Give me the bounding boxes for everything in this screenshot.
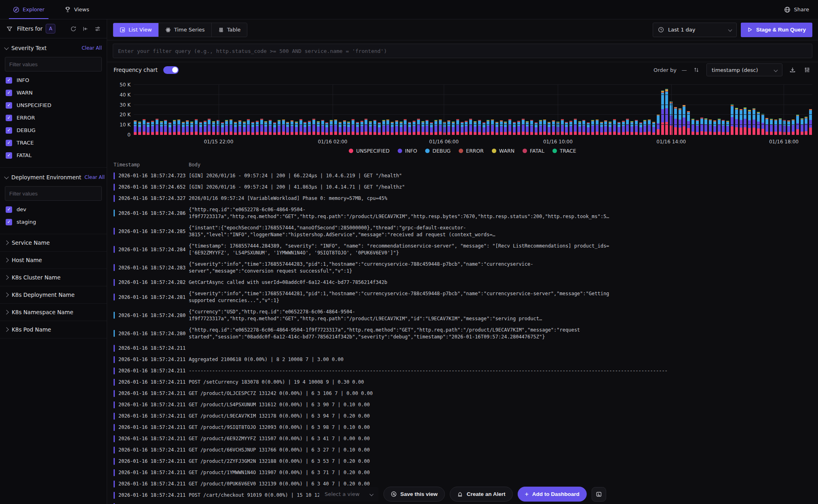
legend-item-unspecified[interactable]: UNSPECIFIED <box>349 148 390 154</box>
checkbox-checked[interactable]: ✓ <box>6 152 12 159</box>
log-row[interactable]: 2026-01-16 18:57:24.281{"severity":"info… <box>114 288 818 306</box>
filter-section-k8s-deployment-name[interactable]: K8s Deployment Name <box>0 286 107 304</box>
filter-section-host-name[interactable]: Host Name <box>0 252 107 269</box>
legend-item-debug[interactable]: DEBUG <box>425 148 451 154</box>
time-range-select[interactable]: Last 1 day <box>653 23 737 37</box>
save-view-button[interactable]: Save this view <box>384 487 445 502</box>
collapse-sidebar-icon[interactable] <box>81 24 90 33</box>
severity-indicator <box>114 210 115 216</box>
filter-funnel-icon <box>5 24 14 33</box>
log-row[interactable]: 2026-01-16 18:57:24.280{"http.req.id":"e… <box>114 324 818 342</box>
chevron-right-icon <box>4 310 8 314</box>
stage-run-query-button[interactable]: Stage & Run Query <box>741 23 812 37</box>
tab-views[interactable]: Views <box>57 0 97 19</box>
select-view-dropdown[interactable]: Select a view <box>319 487 378 502</box>
log-row[interactable]: 2026-01-16 18:57:24.211GET /product/9SIQ… <box>114 422 818 433</box>
filter-option-trace[interactable]: ✓TRACE <box>5 136 102 149</box>
filter-option-info[interactable]: ✓INFO <box>5 74 102 86</box>
y-axis-tick: 50 K <box>120 82 131 88</box>
filter-option-debug[interactable]: ✓DEBUG <box>5 124 102 136</box>
log-row[interactable]: 2026-01-16 18:57:24.211Aggregated 210061… <box>114 354 818 365</box>
checkbox-checked[interactable]: ✓ <box>6 140 12 146</box>
log-row[interactable]: 2026-01-16 18:57:24.3272026/01/16 09:57:… <box>114 193 818 204</box>
query-badge[interactable]: A <box>46 24 55 34</box>
checkbox-checked[interactable]: ✓ <box>6 206 12 213</box>
tab-time-series[interactable]: Time Series <box>159 23 212 37</box>
filter-settings-icon[interactable] <box>93 24 102 33</box>
add-to-dashboard-button[interactable]: + Add to Dashboard <box>517 487 586 502</box>
log-row[interactable]: 2026-01-16 18:57:24.211 <box>114 342 818 354</box>
filter-option-staging[interactable]: ✓staging <box>5 216 102 228</box>
column-settings-icon[interactable] <box>803 65 812 74</box>
filter-option-fatal[interactable]: ✓FATAL <box>5 149 102 162</box>
create-alert-button[interactable]: Create an Alert <box>450 487 513 502</box>
severity-indicator <box>114 435 115 442</box>
shortcut-panel-button[interactable] <box>592 487 606 502</box>
filter-section-service-name[interactable]: Service Name <box>0 234 107 252</box>
log-row[interactable]: 2026-01-16 18:57:24.211GET /product/66VC… <box>114 444 818 456</box>
log-row[interactable]: 2026-01-16 18:57:24.283{"severity":"info… <box>114 258 818 277</box>
checkbox-checked[interactable]: ✓ <box>6 219 12 225</box>
clear-all-link[interactable]: Clear All <box>82 45 102 51</box>
filter-option-unspecified[interactable]: ✓UNSPECIFIED <box>5 99 102 111</box>
log-row[interactable]: 2026-01-16 18:57:24.285{"instant":{"epoc… <box>114 222 818 240</box>
filter-section-k8s-namespace-name[interactable]: K8s Namespace Name <box>0 304 107 321</box>
tab-explorer[interactable]: Explorer <box>6 0 52 19</box>
filter-values-input[interactable] <box>5 57 102 71</box>
checkbox-checked[interactable]: ✓ <box>6 102 12 109</box>
option-label: UNSPECIFIED <box>17 102 51 108</box>
clear-all-link[interactable]: Clear All <box>84 174 105 180</box>
sort-direction-icon[interactable] <box>692 65 701 74</box>
log-row[interactable]: 2026-01-16 18:57:24.211GET /product/1YMW… <box>114 467 818 478</box>
filter-values-input[interactable] <box>5 186 102 201</box>
log-body: GetCartAsync called with userId=08addc0f… <box>189 279 387 286</box>
log-row[interactable]: 2026-01-16 18:57:24.284{"timestamp": 176… <box>114 240 818 258</box>
frequency-chart-toggle[interactable] <box>163 66 179 74</box>
legend-dot <box>523 149 527 153</box>
log-row[interactable]: 2026-01-16 18:57:24.211GET /product/2ZYF… <box>114 456 818 467</box>
filter-option-error[interactable]: ✓ERROR <box>5 111 102 124</box>
filter-section-k8s-cluster-name[interactable]: K8s Cluster Name <box>0 269 107 286</box>
log-timestamp: 2026-01-16 18:57:24.282 <box>118 279 189 285</box>
legend-item-fatal[interactable]: FATAL <box>523 148 544 154</box>
log-row[interactable]: 2026-01-16 18:57:24.211GET /product/L9EC… <box>114 410 818 422</box>
order-by-select[interactable]: timestamp (desc) <box>706 63 782 76</box>
tab-table[interactable]: Table <box>212 23 247 37</box>
log-row[interactable]: 2026-01-16 18:57:24.286{"http.req.id":"e… <box>114 204 818 222</box>
log-row[interactable]: 2026-01-16 18:57:24.211GET /product/6E92… <box>114 433 818 444</box>
log-timestamp: 2026-01-16 18:57:24.211 <box>118 379 189 385</box>
filter-query-input[interactable] <box>113 44 812 58</box>
log-row[interactable]: 2026-01-16 18:57:24.652[GIN] 2026/01/16 … <box>114 181 818 193</box>
explorer-main-panel: List View Time Series Table <box>107 19 818 504</box>
minus-icon[interactable]: — <box>680 65 689 74</box>
tab-list-view[interactable]: List View <box>113 23 159 37</box>
log-timestamp: 2026-01-16 18:57:24.327 <box>118 195 189 201</box>
checkbox-checked[interactable]: ✓ <box>6 90 12 96</box>
log-row[interactable]: 2026-01-16 18:57:24.211POST /setCurrency… <box>114 376 818 388</box>
filter-option-dev[interactable]: ✓dev <box>5 203 102 216</box>
legend-item-info[interactable]: INFO <box>398 148 417 154</box>
section-header[interactable]: Severity TextClear All <box>5 42 102 54</box>
y-axis-tick: 20 K <box>120 112 131 118</box>
log-row[interactable]: 2026-01-16 18:57:24.211GET /product/LS4P… <box>114 399 818 410</box>
log-row[interactable]: 2026-01-16 18:57:24.282GetCartAsync call… <box>114 277 818 288</box>
checkbox-checked[interactable]: ✓ <box>6 77 12 84</box>
refresh-icon[interactable] <box>69 24 78 33</box>
legend-item-warn[interactable]: WARN <box>492 148 514 154</box>
legend-item-trace[interactable]: TRACE <box>552 148 576 154</box>
filter-section-k8s-pod-name[interactable]: K8s Pod Name <box>0 321 107 338</box>
chart-plot[interactable]: 01/15 22:0001/16 02:0001/16 06:0001/16 1… <box>134 83 812 145</box>
filter-option-warn[interactable]: ✓WARN <box>5 86 102 99</box>
share-button[interactable]: Share <box>794 6 809 13</box>
log-row[interactable]: 2026-01-16 18:57:24.211-----------------… <box>114 365 818 376</box>
legend-item-error[interactable]: ERROR <box>459 148 484 154</box>
log-row[interactable]: 2026-01-16 18:57:24.723[GIN] 2026/01/16 … <box>114 170 818 181</box>
checkbox-checked[interactable]: ✓ <box>6 127 12 134</box>
log-row[interactable]: 2026-01-16 18:57:24.280{"currency":"USD"… <box>114 306 818 324</box>
order-by-label: Order by <box>654 67 677 73</box>
log-row[interactable]: 2026-01-16 18:57:24.211GET /product/OLJC… <box>114 388 818 399</box>
log-timestamp: 2026-01-16 18:57:24.652 <box>118 184 189 190</box>
download-icon[interactable] <box>788 65 797 74</box>
checkbox-checked[interactable]: ✓ <box>6 115 12 121</box>
section-header[interactable]: Deployment EnvironmentClear All <box>5 172 102 183</box>
